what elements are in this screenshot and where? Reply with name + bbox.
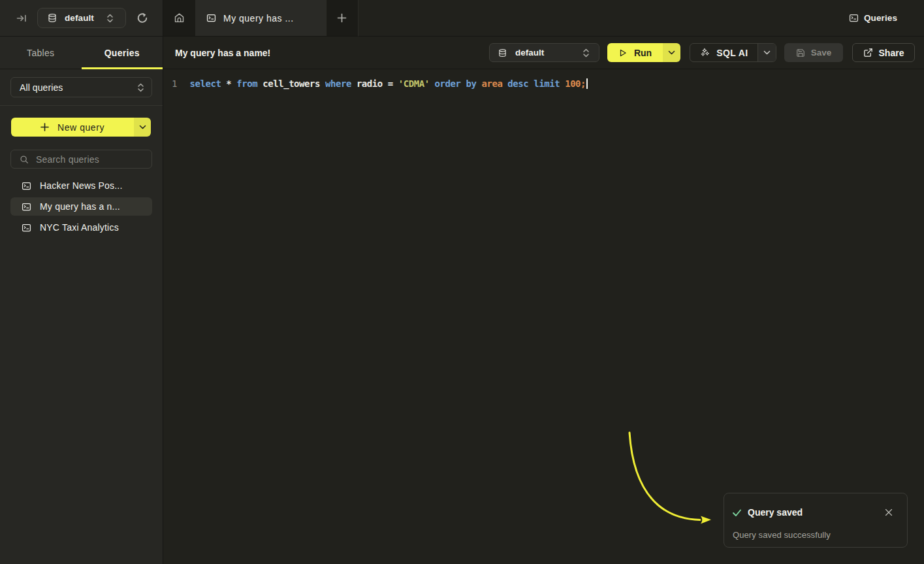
search-icon [20,155,29,164]
query-list-item[interactable]: Hacker News Pos... [10,176,152,195]
tab-strip: My query has ... [163,0,358,37]
terminal-icon [22,223,31,233]
app-body: Tables Queries All queries New query [0,37,924,564]
sidebar-tabs: Tables Queries [0,37,163,69]
search-queries-input[interactable] [36,154,145,165]
line-number: 1 [163,78,178,89]
query-list-item[interactable]: NYC Taxi Analytics [10,218,152,237]
main-header: My query has a name! default Run [163,37,924,69]
sql-editor[interactable]: 1 select * from cell_towers where radio … [163,69,924,564]
top-bar-sidebar-section: default [0,0,163,37]
sidebar-body: All queries New query [0,69,163,239]
save-label: Save [811,48,832,58]
refresh-button[interactable] [136,12,148,24]
text-cursor [586,78,588,89]
terminal-icon [22,202,31,212]
toast-header: Query saved [724,493,907,518]
plus-icon [337,13,347,23]
query-item-label: My query has a n... [40,201,120,212]
new-query-button[interactable]: New query [11,118,134,137]
sidebar-divider [0,105,163,106]
home-button[interactable] [163,0,195,36]
query-list: Hacker News Pos... My query has a n... N… [10,176,152,237]
run-label: Run [634,48,652,58]
queries-context-label: Queries [864,13,897,23]
refresh-icon [136,12,148,24]
tab-queries[interactable]: Queries [82,37,163,69]
tab-queries-label: Queries [104,48,140,58]
top-bar: default My query has ... [0,0,924,37]
sql-ai-label: SQL AI [716,48,748,58]
database-selector-value: default [65,13,106,23]
chevron-down-icon [668,50,675,55]
new-query-dropdown-button[interactable] [134,118,151,137]
play-icon [618,48,628,58]
sidebar: Tables Queries All queries New query [0,37,163,564]
terminal-icon [22,181,31,191]
query-filter-select[interactable]: All queries [10,77,152,97]
share-label: Share [879,48,904,58]
tab-tables-label: Tables [27,48,54,58]
run-button[interactable]: Run [607,43,663,62]
terminal-icon [206,13,216,23]
toolbar-database-selector[interactable]: default [489,43,599,62]
new-query-label: New query [57,122,104,133]
toast-query-saved: Query saved Query saved successfully [724,493,908,548]
toolbar-database-value: default [515,48,582,58]
share-button[interactable]: Share [852,43,915,62]
query-item-label: NYC Taxi Analytics [40,222,119,233]
top-bar-right-section: Queries [358,0,924,37]
chevron-up-down-icon [106,14,114,23]
tab-tables[interactable]: Tables [0,37,82,69]
chevron-down-icon [139,125,146,129]
save-icon [796,48,805,58]
sql-ai-button-group: SQL AI [690,43,776,62]
run-button-group: Run [607,43,680,62]
database-icon [48,13,57,23]
query-filter-value: All queries [20,82,137,93]
run-dropdown-button[interactable] [663,43,680,62]
collapse-sidebar-button[interactable] [16,13,27,24]
code-line: 1 select * from cell_towers where radio … [163,77,924,90]
toast-title: Query saved [748,507,885,518]
query-list-item-selected[interactable]: My query has a n... [10,197,152,216]
sparkles-icon [699,47,710,58]
tab-label: My query has ... [223,13,294,24]
home-icon [174,12,185,24]
query-title: My query has a name! [175,48,489,58]
database-icon [498,48,507,58]
query-item-label: Hacker News Pos... [40,180,123,191]
main-panel: My query has a name! default Run [163,37,924,564]
plus-icon [40,123,49,131]
chevron-up-down-icon [137,83,144,92]
check-icon [732,508,742,518]
chevron-down-icon [763,50,771,55]
chevron-up-down-icon [582,48,590,58]
sql-ai-button[interactable]: SQL AI [690,44,757,61]
save-button[interactable]: Save [784,43,843,62]
tab-my-query[interactable]: My query has ... [195,0,327,36]
new-tab-button[interactable] [327,0,357,36]
close-icon[interactable] [885,508,893,516]
sql-ai-dropdown-button[interactable] [757,44,776,61]
sql-code: select * from cell_towers where radio = … [190,78,586,89]
search-queries-box[interactable] [10,150,152,169]
share-icon [863,48,873,58]
toast-message: Query saved successfully [724,518,907,540]
new-query-button-group: New query [11,118,151,137]
database-selector[interactable]: default [37,8,126,28]
terminal-icon [849,13,859,23]
collapse-sidebar-icon [16,13,27,24]
